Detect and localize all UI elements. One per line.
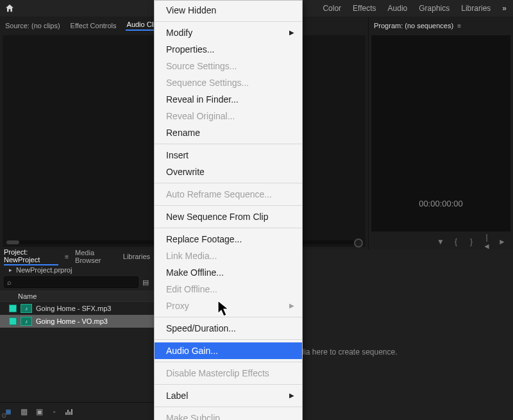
menu-separator <box>155 317 302 317</box>
menu-item-make-subclip: Make Subclip <box>155 410 302 420</box>
mark-in-icon[interactable]: ▼ <box>436 237 445 246</box>
submenu-arrow-icon: ▶ <box>289 390 294 401</box>
menu-item-label: Reveal Original... <box>166 111 235 121</box>
menu-item-label: Proxy <box>166 301 189 311</box>
menu-item-reveal-original: Reveal Original... <box>155 108 302 124</box>
scrollbar-endcap[interactable] <box>354 239 363 248</box>
workspace-tab-audio[interactable]: Audio <box>388 4 408 13</box>
asset-list: ♪ Going Home - SFX.mp3 ♪ Going Home - VO… <box>0 302 154 402</box>
context-menu: View HiddenModify▶Properties...Source Se… <box>154 0 303 420</box>
asset-label: Going Home - SFX.mp3 <box>36 305 111 312</box>
menu-item-label[interactable]: Label▶ <box>155 387 302 404</box>
project-panel: Project: NewProject ≡ Media Browser Libr… <box>0 249 155 420</box>
menu-separator <box>155 407 302 407</box>
menu-item-speed-duration[interactable]: Speed/Duration... <box>155 320 302 337</box>
menu-item-replace-footage[interactable]: Replace Footage... <box>155 231 302 248</box>
submenu-arrow-icon: ▶ <box>289 300 294 312</box>
project-file-row: ▸ NewProject.prproj <box>0 264 154 275</box>
freeform-view-icon[interactable]: ▣ <box>35 407 44 416</box>
bracket-open-icon[interactable]: { <box>451 237 460 246</box>
menu-item-modify[interactable]: Modify▶ <box>155 24 302 41</box>
menu-item-label: Speed/Duration... <box>166 323 236 333</box>
program-viewer: 00:00:00:00 <box>371 35 510 231</box>
search-icon: ⌕ <box>7 278 12 286</box>
bracket-close-icon[interactable]: } <box>467 237 476 246</box>
tab-media-browser[interactable]: Media Browser <box>75 249 117 264</box>
program-header: Program: (no sequences) ≡ <box>369 17 513 34</box>
project-file-label: NewProject.prproj <box>16 266 72 274</box>
menu-item-label: Overwrite <box>166 167 205 177</box>
workspace-more-icon[interactable]: » <box>502 4 507 13</box>
audio-clip-icon: ♪ <box>21 317 32 326</box>
menu-item-label: Audio Gain... <box>166 346 218 356</box>
menu-item-label: Reveal in Finder... <box>166 94 239 105</box>
program-controls: ▼ { } |◄ ► <box>369 234 513 249</box>
menu-item-auto-reframe-sequence: Auto Reframe Sequence... <box>155 186 302 203</box>
project-footer: ≣ ▦ ▣ ◦ <box>0 402 154 420</box>
tab-libraries[interactable]: Libraries <box>123 253 150 260</box>
asset-visibility-toggle[interactable] <box>9 305 17 312</box>
menu-item-disable-masterclip-effects: Disable Masterclip Effects <box>155 365 302 382</box>
menu-separator <box>155 339 302 340</box>
waveform-icon <box>65 409 74 415</box>
program-title: Program: (no sequences) <box>374 22 453 29</box>
menu-item-new-sequence-from-clip[interactable]: New Sequence From Clip <box>155 208 302 225</box>
caret-icon[interactable]: ▸ <box>9 267 12 273</box>
submenu-arrow-icon: ▶ <box>289 27 294 38</box>
menu-item-label: Properties... <box>166 44 214 55</box>
menu-item-source-settings: Source Settings... <box>155 58 302 74</box>
menu-item-audio-gain[interactable]: Audio Gain... <box>155 342 302 359</box>
menu-item-view-hidden[interactable]: View Hidden <box>155 2 302 19</box>
icon-view-icon[interactable]: ▦ <box>19 407 28 416</box>
audio-clip-icon: ♪ <box>21 304 32 313</box>
menu-item-label: Insert <box>166 150 189 160</box>
menu-item-label: Replace Footage... <box>166 234 242 244</box>
workspace-tab-color[interactable]: Color <box>323 4 341 13</box>
menu-item-label: Rename <box>166 128 200 138</box>
menu-item-link-media: Link Media... <box>155 248 302 264</box>
menu-item-label: Auto Reframe Sequence... <box>166 189 272 199</box>
menu-item-make-offline[interactable]: Make Offline... <box>155 264 302 281</box>
menu-separator <box>155 362 302 362</box>
menu-separator <box>155 205 302 206</box>
menu-item-label: Link Media... <box>166 251 217 261</box>
workspace-tab-libraries[interactable]: Libraries <box>461 4 491 13</box>
step-next-icon[interactable]: ► <box>498 237 507 246</box>
menu-item-sequence-settings: Sequence Settings... <box>155 74 302 91</box>
tab-effect-controls[interactable]: Effect Controls <box>69 22 118 29</box>
column-header-name[interactable]: Name <box>0 290 154 302</box>
panel-menu-icon[interactable]: ≡ <box>457 22 461 29</box>
asset-label: Going Home - VO.mp3 <box>36 317 108 325</box>
project-search-row: ⌕ ▤ <box>0 275 154 290</box>
panel-menu-icon[interactable]: ≡ <box>65 253 69 260</box>
step-back-icon[interactable]: |◄ <box>482 233 491 251</box>
project-search-input[interactable]: ⌕ <box>4 276 139 288</box>
bin-icon[interactable]: ▤ <box>142 278 149 287</box>
menu-item-insert[interactable]: Insert <box>155 147 302 164</box>
zoom-slider-icon[interactable]: ◦ <box>50 407 59 416</box>
menu-item-reveal-in-finder[interactable]: Reveal in Finder... <box>155 91 302 108</box>
sort-icon[interactable] <box>65 407 74 416</box>
menu-item-label: Make Subclip <box>166 413 220 420</box>
program-timecode: 00:00:00:00 <box>419 199 463 208</box>
menu-separator <box>155 384 302 385</box>
menu-item-properties[interactable]: Properties... <box>155 41 302 58</box>
menu-separator <box>155 21 302 22</box>
tab-project[interactable]: Project: NewProject <box>4 248 58 265</box>
workspace-tab-graphics[interactable]: Graphics <box>419 4 450 13</box>
menu-item-label: Label <box>166 391 188 401</box>
asset-visibility-toggle[interactable] <box>9 317 17 325</box>
workspace-tabs: Color Effects Audio Graphics Libraries » <box>323 4 509 13</box>
home-icon[interactable] <box>4 3 15 14</box>
asset-row[interactable]: ♪ Going Home - SFX.mp3 <box>0 302 154 315</box>
scrollbar-thumb[interactable] <box>6 240 19 244</box>
menu-item-label: Source Settings... <box>166 61 237 71</box>
menu-item-overwrite[interactable]: Overwrite <box>155 164 302 180</box>
menu-item-label: Make Offline... <box>166 267 224 278</box>
menu-item-edit-offline: Edit Offline... <box>155 281 302 298</box>
tab-source[interactable]: Source: (no clips) <box>4 22 62 29</box>
menu-item-rename[interactable]: Rename <box>155 124 302 141</box>
workspace-tab-effects[interactable]: Effects <box>353 4 376 13</box>
menu-item-label: Modify <box>166 28 192 38</box>
asset-row[interactable]: ♪ Going Home - VO.mp3 <box>0 315 154 328</box>
